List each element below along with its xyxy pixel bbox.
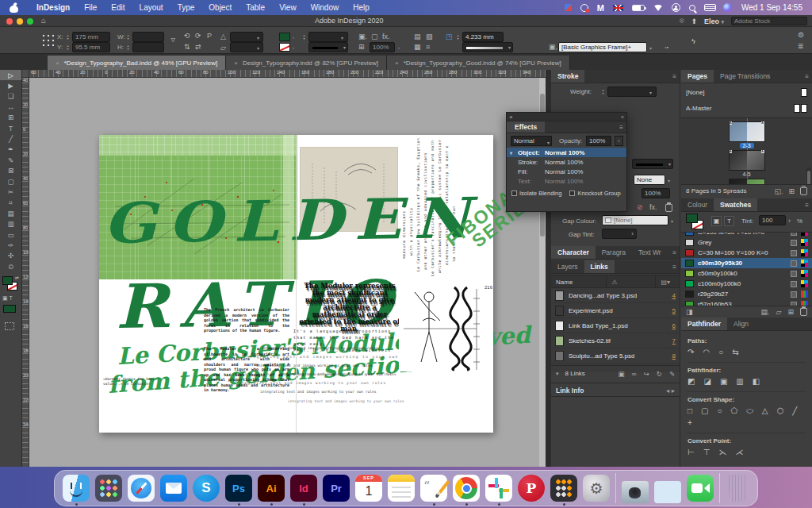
arrow-scale-field[interactable]: 100% [642, 188, 670, 198]
zoom-window-button[interactable] [27, 18, 33, 25]
note-tool[interactable]: ▭ [0, 229, 21, 240]
doc-tab[interactable]: ×Design_Typography.indd @ 82% [GPU Previ… [226, 56, 387, 70]
finder[interactable] [63, 475, 90, 502]
fill-caret[interactable]: › [293, 35, 294, 40]
corner-radius-field[interactable]: 4.233 mm [462, 32, 504, 42]
formatting-affects-buttons[interactable]: ▣T [2, 295, 14, 302]
exclude-overlap-icon[interactable]: ▥ [736, 376, 743, 387]
stroke-panel-menu-icon[interactable]: ≡ [672, 70, 680, 83]
object-style-dropdown[interactable]: [Basic Graphics Frame]+ [558, 42, 647, 52]
convert-plus-icon[interactable]: + [688, 418, 692, 428]
trash[interactable] [726, 475, 749, 502]
doc-tab[interactable]: ×*Design_Typography_Bad.indd @ 49% [GPU … [48, 56, 226, 70]
eyedropper-tool[interactable]: ✑ [0, 240, 21, 250]
menu-type[interactable]: Type [178, 3, 195, 12]
drop-shadow-button[interactable]: ▢ [371, 33, 378, 40]
convert-rounded-rectangle-icon[interactable]: ▢ [701, 406, 708, 416]
control-centre-icon[interactable] [704, 4, 714, 11]
effects-button[interactable]: ▣. [358, 33, 367, 40]
stroke-type-dropdown-panel[interactable]: ▾ [632, 159, 673, 169]
y-field[interactable]: 95.5 mm [72, 42, 110, 52]
convert-pentagon-icon[interactable]: ⬠ [731, 406, 738, 416]
chrome[interactable] [453, 475, 480, 502]
effects-row-fill[interactable]: Fill:Normal 100% [507, 167, 626, 176]
system-preferences[interactable]: ⚙ [583, 475, 610, 502]
textedit[interactable]: “ [420, 475, 447, 502]
spread-thumbnail[interactable]: AA [729, 150, 765, 171]
wrap-object-icon[interactable]: ▦ [414, 43, 421, 51]
gap-tool[interactable]: ↔ [0, 102, 21, 112]
stroke-style-dropdown[interactable]: ▾ [462, 42, 513, 52]
launchpad[interactable] [95, 475, 122, 502]
plain-point-icon[interactable]: ⊢ [688, 447, 695, 457]
edit-page-size-icon[interactable]: ◱. [774, 187, 783, 195]
spread-label[interactable]: 2-3 [739, 143, 753, 148]
gap-tint-field[interactable]: › [602, 229, 637, 239]
stroke-type-dropdown[interactable]: ▾ [308, 42, 348, 52]
spread-label[interactable]: 4-5 [739, 171, 753, 177]
convert-polygon-icon[interactable]: ⬡ [777, 406, 784, 416]
workspace-switcher[interactable]: Eleo ▾ [704, 17, 724, 25]
close-path-icon[interactable]: ○ [718, 347, 723, 357]
tint-field[interactable]: 100 [759, 215, 786, 225]
type-tool[interactable]: T [0, 123, 21, 133]
swatch-row[interactable]: r57g160b53 [681, 299, 812, 306]
tab-links[interactable]: Links [584, 260, 615, 273]
effects-row-stroke[interactable]: Stroke:Normal 100% [507, 157, 626, 167]
effects-close-icon[interactable]: × [509, 113, 513, 121]
opacity-slider-caret[interactable]: › [615, 136, 623, 146]
facetime[interactable] [687, 475, 714, 502]
malwarebytes-icon[interactable]: M [597, 3, 604, 13]
tab-close-icon[interactable]: × [56, 60, 59, 67]
opacity-value-field[interactable]: 100% [586, 136, 611, 146]
pen-tool[interactable]: ✒ [0, 144, 21, 155]
links-panel-menu-icon[interactable]: ≡ [672, 260, 680, 273]
direct-selection-tool[interactable]: ▶ [0, 80, 21, 90]
delete-effect-trash-icon[interactable] [665, 204, 672, 212]
tab-character[interactable]: Character [551, 246, 596, 259]
corner-options-icon[interactable]: ◳ [446, 33, 453, 40]
w-stepper[interactable] [125, 32, 131, 42]
effects-collapse-icon[interactable]: « [621, 113, 624, 121]
show-swatch-kinds-icon[interactable]: ◨ [686, 308, 693, 316]
reference-point-proxy[interactable] [41, 33, 54, 46]
formatting-container-button[interactable]: ▣ [711, 216, 722, 226]
menu-object[interactable]: Object [209, 3, 232, 12]
y-stepper[interactable] [65, 42, 71, 52]
minimize-window-button[interactable] [17, 18, 23, 25]
free-transform-tool[interactable]: ⌗ [0, 198, 21, 208]
line-tool[interactable]: ╱ [0, 133, 21, 144]
link-row[interactable]: Experiment.psd5 [551, 303, 680, 318]
link-row[interactable]: Sketches-02.tif7 [551, 333, 680, 348]
wrap-none-icon[interactable]: ▤ [414, 33, 421, 40]
new-colour-group-icon[interactable]: ▱ [776, 308, 782, 316]
effects-menu-icon[interactable]: ≡ [619, 121, 626, 133]
modulor-figure-image[interactable]: 216 [399, 283, 493, 371]
close-window-button[interactable] [6, 18, 13, 25]
uk-flag-icon[interactable] [613, 5, 623, 11]
ruler-origin-corner[interactable] [22, 70, 29, 78]
join-path-icon[interactable]: ↷ [688, 347, 694, 357]
body-column-paragraph-2[interactable]: The Modulor — a recurring silhouette in … [204, 346, 289, 393]
edit-original-icon[interactable]: ✎ [669, 370, 675, 378]
mail[interactable] [160, 475, 187, 502]
apple-menu-icon[interactable] [10, 3, 18, 13]
doc-tab[interactable]: ×*Design_Typography_Good.indd @ 74% [GPU… [387, 56, 570, 70]
tab-paragraph[interactable]: Paragra [596, 246, 632, 259]
convert-triangle-icon[interactable]: △ [762, 406, 768, 416]
wrap-jump-icon[interactable]: ≡ [426, 43, 430, 51]
share-icon[interactable]: ⬆ [691, 17, 697, 25]
body-column-paragraph-1[interactable]: The French architect Le Corbusier derive… [204, 307, 289, 333]
minimized-window-2[interactable] [654, 481, 681, 503]
effects-row-text[interactable]: Text:Normal 100% [507, 176, 626, 186]
stroke-colour-swatch[interactable] [279, 43, 290, 52]
pages-scrollbar[interactable] [806, 167, 811, 184]
menu-file[interactable]: File [84, 3, 97, 12]
lightning-icon[interactable]: ϟ [691, 37, 695, 45]
link-info-header[interactable]: Link Info◂ ▸ [551, 383, 680, 397]
spread-thumbnail[interactable]: AA [729, 121, 765, 142]
tab-colour[interactable]: Colour [681, 198, 714, 211]
master-none-row[interactable]: [None] [681, 85, 812, 100]
menu-indesign[interactable]: InDesign [36, 3, 70, 12]
user-switch-icon[interactable] [672, 3, 680, 12]
